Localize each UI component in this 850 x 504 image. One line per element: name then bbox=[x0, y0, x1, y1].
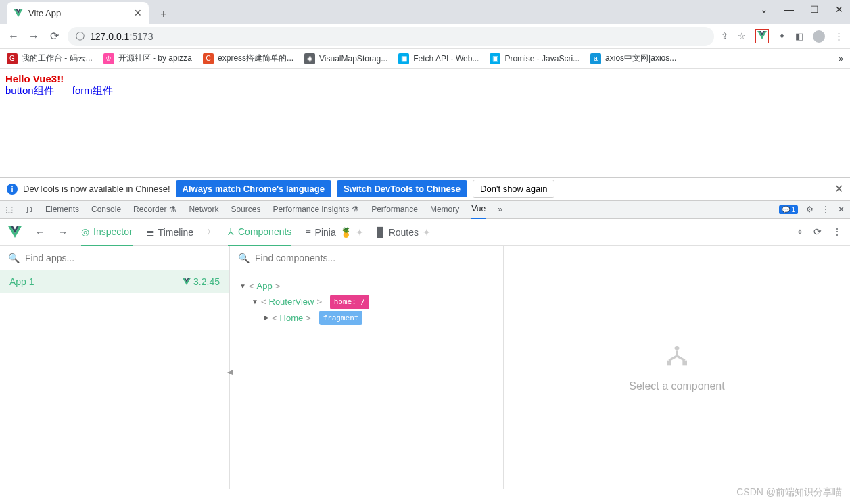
app-name: App 1 bbox=[9, 276, 34, 287]
history-forward-icon[interactable]: → bbox=[58, 227, 68, 238]
device-toolbar-icon[interactable]: ⫿⫾ bbox=[25, 205, 33, 214]
minimize-button[interactable]: ― bbox=[784, 4, 794, 15]
component-detail-panel: Select a component bbox=[504, 246, 850, 489]
vdt-tab-inspector[interactable]: ◎Inspector bbox=[81, 219, 133, 246]
tab-recorder[interactable]: Recorder ⚗ bbox=[133, 205, 176, 214]
devtools-tab-bar: ⬚ ⫿⫾ Elements Console Recorder ⚗ Network… bbox=[0, 200, 850, 219]
tab-vue[interactable]: Vue bbox=[471, 200, 486, 219]
caret-right-icon[interactable]: ▶ bbox=[264, 311, 269, 324]
tree-node-routerview[interactable]: ▼<RouterView> home: / bbox=[239, 294, 494, 309]
caret-down-icon[interactable]: ▼ bbox=[252, 296, 258, 308]
svg-point-0 bbox=[675, 346, 680, 351]
back-button[interactable]: ← bbox=[7, 30, 20, 43]
vue-icon bbox=[183, 278, 191, 285]
messages-badge[interactable]: 💬 1 bbox=[779, 205, 798, 214]
vue-favicon-icon bbox=[14, 8, 23, 18]
tab-elements[interactable]: Elements bbox=[45, 205, 79, 214]
pinia-icon: ≡ bbox=[305, 227, 310, 238]
page-content: Hello Vue3!! button组件 form组件 bbox=[0, 69, 850, 177]
notice-close-icon[interactable]: ✕ bbox=[834, 182, 843, 195]
routes-icon: ▊ bbox=[377, 227, 385, 238]
plugin-icon: ✦ bbox=[356, 227, 364, 238]
bookmark-item[interactable]: ◉VisualMapStorag... bbox=[304, 53, 387, 64]
link-button-component[interactable]: button组件 bbox=[5, 84, 54, 96]
extensions-icon[interactable]: ✦ bbox=[778, 31, 786, 41]
settings-gear-icon[interactable]: ⚙ bbox=[806, 205, 813, 214]
apps-panel: 🔍 App 1 3.2.45 bbox=[0, 246, 230, 489]
route-badge: home: / bbox=[330, 295, 369, 309]
inspect-element-icon[interactable]: ⬚ bbox=[5, 205, 13, 214]
notice-text: DevTools is now available in Chinese! bbox=[23, 184, 170, 194]
app-version-text: 3.2.45 bbox=[193, 276, 220, 287]
address-bar[interactable]: ⓘ 127.0.0.1:5173 bbox=[68, 27, 714, 46]
url-port: :5173 bbox=[129, 31, 153, 42]
vdt-tab-routes[interactable]: ▊Routes ✦ bbox=[377, 219, 431, 246]
bookmark-item[interactable]: ▣Fetch API - Web... bbox=[398, 53, 479, 64]
tabs-overflow-icon[interactable]: » bbox=[498, 205, 502, 214]
resize-handle-icon[interactable]: ◀ bbox=[227, 368, 233, 376]
chevron-down-icon[interactable]: ⌄ bbox=[760, 4, 768, 15]
plugin-icon: ✦ bbox=[423, 227, 431, 238]
components-panel: ◀ 🔍 ▼<App> ▼<RouterView> home: / ▶<Home>… bbox=[230, 246, 504, 489]
more-menu-icon[interactable]: ⋮ bbox=[832, 226, 842, 238]
browser-menu-icon[interactable]: ⋮ bbox=[834, 31, 843, 41]
devtools-close-icon[interactable]: ✕ bbox=[838, 205, 845, 214]
locate-icon[interactable]: ⌖ bbox=[797, 226, 803, 238]
hello-heading: Hello Vue3!! bbox=[5, 73, 845, 84]
history-back-icon[interactable]: ← bbox=[35, 227, 45, 238]
refresh-icon[interactable]: ⟳ bbox=[813, 226, 822, 238]
vdt-tab-components[interactable]: ⅄Components bbox=[228, 219, 291, 246]
browser-tab[interactable]: Vite App ✕ bbox=[7, 2, 149, 24]
components-search-input[interactable] bbox=[255, 253, 495, 263]
dont-show-again-button[interactable]: Don't show again bbox=[473, 180, 554, 198]
tab-performance[interactable]: Performance bbox=[371, 205, 418, 214]
tree-node-app[interactable]: ▼<App> bbox=[239, 278, 494, 294]
tab-console[interactable]: Console bbox=[91, 205, 121, 214]
always-match-language-button[interactable]: Always match Chrome's language bbox=[176, 180, 331, 197]
vue-devtools-toolbar: ← → ◎Inspector ≣Timeline 〉 ⅄Components ≡… bbox=[0, 219, 850, 246]
app-list-item[interactable]: App 1 3.2.45 bbox=[0, 270, 229, 293]
bookmark-item[interactable]: ♔开源社区 - by apizza bbox=[103, 53, 192, 64]
info-icon: i bbox=[7, 184, 18, 195]
flask-icon: ⚗ bbox=[169, 205, 176, 214]
reload-button[interactable]: ⟳ bbox=[47, 30, 61, 43]
apps-search-input[interactable] bbox=[25, 253, 221, 263]
tab-sources[interactable]: Sources bbox=[231, 205, 260, 214]
tab-close-icon[interactable]: ✕ bbox=[134, 7, 142, 18]
switch-language-button[interactable]: Switch DevTools to Chinese bbox=[337, 180, 467, 197]
forward-button[interactable]: → bbox=[27, 30, 41, 43]
bookmark-item[interactable]: aaxios中文网|axios... bbox=[590, 53, 676, 64]
bookmark-item[interactable]: G我的工作台 - 码云... bbox=[7, 53, 93, 64]
vue-devtools-extension-icon[interactable] bbox=[755, 29, 769, 43]
vdt-tab-pinia[interactable]: ≡Pinia 🍍 ✦ bbox=[305, 219, 363, 246]
tab-network[interactable]: Network bbox=[189, 205, 218, 214]
close-button[interactable]: ✕ bbox=[835, 4, 843, 15]
bookmark-star-icon[interactable]: ☆ bbox=[738, 31, 746, 41]
tab-performance-insights[interactable]: Performance insights ⚗ bbox=[273, 205, 359, 214]
share-icon[interactable]: ⇪ bbox=[721, 31, 728, 41]
bookmarks-overflow-icon[interactable]: » bbox=[839, 54, 843, 64]
apps-search[interactable]: 🔍 bbox=[0, 246, 229, 270]
components-search[interactable]: 🔍 bbox=[230, 246, 503, 270]
profile-avatar-icon[interactable] bbox=[813, 30, 825, 43]
tree-node-home[interactable]: ▶<Home> fragment bbox=[239, 310, 494, 326]
link-form-component[interactable]: form组件 bbox=[72, 84, 113, 96]
select-component-prompt: Select a component bbox=[629, 380, 724, 393]
bookmark-item[interactable]: ▣Promise - JavaScri... bbox=[490, 53, 580, 64]
vdt-tab-timeline[interactable]: ≣Timeline bbox=[146, 219, 193, 246]
devtools-menu-icon[interactable]: ⋮ bbox=[822, 205, 830, 214]
svg-rect-1 bbox=[667, 361, 671, 366]
site-info-icon[interactable]: ⓘ bbox=[76, 30, 85, 43]
browser-tab-strip: Vite App ✕ + bbox=[0, 0, 850, 24]
search-icon: 🔍 bbox=[8, 253, 20, 263]
tab-memory[interactable]: Memory bbox=[430, 205, 459, 214]
new-tab-button[interactable]: + bbox=[154, 5, 173, 24]
watermark-text: CSDN @前端知识分享喵 bbox=[736, 486, 842, 499]
side-panel-icon[interactable]: ◧ bbox=[795, 31, 803, 41]
bookmark-item[interactable]: Cexpress搭建简单的... bbox=[203, 53, 293, 64]
caret-down-icon[interactable]: ▼ bbox=[239, 280, 246, 293]
tab-title: Vite App bbox=[28, 8, 61, 18]
maximize-button[interactable]: ☐ bbox=[810, 4, 819, 15]
chevron-right-icon: 〉 bbox=[207, 227, 214, 237]
window-controls: ⌄ ― ☐ ✕ bbox=[760, 4, 843, 15]
